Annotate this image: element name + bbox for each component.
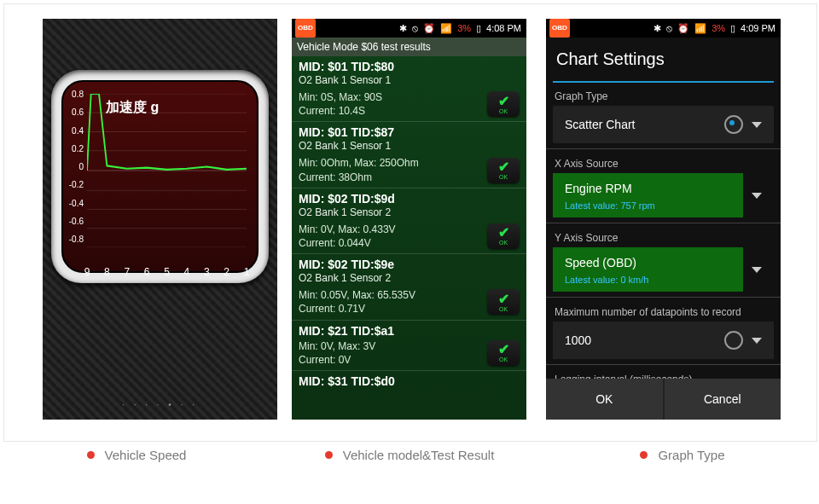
- graph-type-label: Graph Type: [553, 87, 774, 106]
- result-row[interactable]: Min: 0.05V, Max: 65.535VCurrent: 0.71V✔O…: [292, 287, 526, 320]
- ok-label: OK: [499, 306, 508, 312]
- bluetooth-icon: ✱: [653, 19, 661, 38]
- check-icon: ✔: [498, 226, 509, 240]
- captions-row: Vehicle Speed Vehicle model&Test Result …: [0, 448, 819, 462]
- ok-label: OK: [499, 108, 508, 114]
- settings-dialog: Chart Settings Graph Type Scatter Chart …: [546, 38, 781, 420]
- cancel-button[interactable]: Cancel: [665, 379, 781, 420]
- phone-chart-settings: OBD ✱ ⦸ ⏰ 📶 3% ▯ 4:09 PM Chart Settings …: [546, 19, 781, 420]
- status-time: 4:09 PM: [741, 19, 775, 38]
- logging-interval-label: Logging interval (milliseconds): [553, 370, 774, 379]
- bullet-icon: [87, 451, 95, 459]
- ok-badge[interactable]: ✔OK: [487, 340, 520, 366]
- y-axis-latest: Latest value: 0 km/h: [565, 275, 731, 285]
- results-header: Vehicle Mode $06 test results: [292, 38, 526, 56]
- signal-icon: 📶: [440, 19, 452, 38]
- ok-badge[interactable]: ✔OK: [487, 158, 520, 183]
- y-axis-label: Y Axis Source: [553, 229, 774, 247]
- result-title: MID: $02 TID:$9e: [292, 254, 526, 271]
- status-bar: OBD ✱ ⦸ ⏰ 📶 3% ▯ 4:08 PM: [292, 19, 526, 38]
- result-sub: O2 Bank 1 Sensor 2: [292, 206, 526, 221]
- result-title: MID: $21 TID:$a1: [292, 321, 526, 338]
- check-icon: ✔: [498, 293, 509, 306]
- results-list[interactable]: MID: $01 TID:$80O2 Bank 1 Sensor 1Min: 0…: [292, 56, 526, 420]
- battery-icon: ▯: [476, 19, 481, 38]
- result-title: MID: $01 TID:$87: [292, 122, 526, 139]
- chevron-down-icon: [752, 122, 762, 128]
- chevron-down-icon: [752, 267, 762, 273]
- ok-label: OK: [499, 174, 508, 180]
- result-row[interactable]: Min: 0S, Max: 90SCurrent: 10.4S✔OK: [292, 89, 526, 122]
- caption-2: Vehicle model&Test Result: [273, 448, 546, 462]
- chevron-down-icon: [752, 193, 762, 199]
- gauge-plot: [87, 94, 247, 247]
- max-datapoints-select[interactable]: 1000: [553, 322, 774, 359]
- graph-type-value: Scatter Chart: [553, 118, 724, 131]
- graph-type-select[interactable]: Scatter Chart: [553, 106, 774, 143]
- battery-pct: 3%: [457, 19, 471, 38]
- mute-icon: ⦸: [666, 19, 672, 38]
- result-values: Min: 0.05V, Max: 65.535VCurrent: 0.71V: [299, 288, 487, 316]
- dialog-button-bar: OK Cancel: [546, 379, 781, 420]
- x-axis-value: Engine RPM: [565, 182, 731, 195]
- bluetooth-icon: ✱: [399, 19, 407, 38]
- chevron-down-icon: [752, 338, 762, 344]
- gauge-frame: 加速度 g 0.80.60.40.20-0.2-0.4-0.6-0.8 9876…: [51, 70, 269, 283]
- gauge-y-axis: 0.80.60.40.20-0.2-0.4-0.6-0.8: [63, 82, 85, 271]
- status-bar: OBD ✱ ⦸ ⏰ 📶 3% ▯ 4:09 PM: [546, 19, 781, 38]
- y-axis-value: Speed (OBD): [565, 256, 731, 269]
- caption-3: Graph Type: [546, 448, 819, 462]
- radio-icon: [724, 331, 743, 350]
- battery-pct: 3%: [712, 19, 725, 38]
- result-values: Min: 0V, Max: 3VCurrent: 0V: [299, 339, 487, 367]
- max-datapoints-label: Maximum number of datapoints to record: [553, 303, 774, 322]
- page-indicator[interactable]: · · · · • · ·: [43, 400, 277, 409]
- alarm-icon: ⏰: [677, 19, 689, 38]
- x-axis-latest: Latest value: 757 rpm: [565, 200, 731, 211]
- phone-gauge-screen: 加速度 g 0.80.60.40.20-0.2-0.4-0.6-0.8 9876…: [43, 19, 277, 420]
- result-sub: O2 Bank 1 Sensor 1: [292, 73, 526, 89]
- phone-test-results: OBD ✱ ⦸ ⏰ 📶 3% ▯ 4:08 PM Vehicle Mode $0…: [292, 19, 526, 420]
- caption-1: Vehicle Speed: [0, 448, 273, 462]
- result-row[interactable]: Min: 0Ohm, Max: 250OhmCurrent: 38Ohm✔OK: [292, 154, 526, 188]
- y-axis-select[interactable]: Speed (OBD) Latest value: 0 km/h: [553, 247, 774, 292]
- ok-badge[interactable]: ✔OK: [487, 289, 520, 315]
- result-row[interactable]: Min: 0V, Max: 3VCurrent: 0V✔OK: [292, 338, 526, 371]
- result-sub: O2 Bank 1 Sensor 2: [292, 271, 526, 287]
- bullet-icon: [640, 451, 648, 459]
- obd-icon: OBD: [549, 19, 570, 38]
- result-title: MID: $01 TID:$80: [292, 56, 526, 73]
- ok-badge[interactable]: ✔OK: [487, 91, 520, 117]
- result-values: Min: 0V, Max: 0.433VCurrent: 0.044V: [299, 223, 487, 250]
- check-icon: ✔: [498, 95, 509, 108]
- max-datapoints-value: 1000: [553, 333, 724, 347]
- x-axis-select[interactable]: Engine RPM Latest value: 757 rpm: [553, 173, 774, 217]
- bullet-icon: [325, 451, 333, 459]
- gauge-svg: [87, 94, 247, 247]
- status-time: 4:08 PM: [486, 19, 521, 38]
- signal-icon: 📶: [694, 19, 706, 38]
- result-title: MID: $31 TID:$d0: [292, 371, 526, 388]
- check-icon: ✔: [498, 160, 509, 174]
- result-values: Min: 0Ohm, Max: 250OhmCurrent: 38Ohm: [299, 156, 487, 183]
- x-axis-label: X Axis Source: [553, 154, 774, 173]
- gauge-inner: 加速度 g 0.80.60.40.20-0.2-0.4-0.6-0.8 9876…: [61, 80, 258, 273]
- ok-label: OK: [499, 356, 508, 362]
- result-values: Min: 0S, Max: 90SCurrent: 10.4S: [299, 90, 487, 118]
- battery-icon: ▯: [730, 19, 735, 38]
- result-row[interactable]: Min: 0V, Max: 0.433VCurrent: 0.044V✔OK: [292, 221, 526, 254]
- ok-label: OK: [499, 240, 508, 246]
- result-title: MID: $02 TID:$9d: [292, 188, 526, 206]
- ok-badge[interactable]: ✔OK: [487, 223, 520, 249]
- alarm-icon: ⏰: [423, 19, 435, 38]
- ok-button[interactable]: OK: [546, 379, 665, 420]
- check-icon: ✔: [498, 343, 509, 356]
- dialog-title: Chart Settings: [546, 38, 781, 81]
- dialog-separator: [553, 81, 774, 83]
- obd-icon: OBD: [295, 19, 316, 38]
- mute-icon: ⦸: [412, 19, 418, 38]
- settings-scroll[interactable]: Graph Type Scatter Chart X Axis Source E…: [546, 87, 781, 379]
- radio-icon: [724, 115, 743, 134]
- result-sub: O2 Bank 1 Sensor 1: [292, 139, 526, 154]
